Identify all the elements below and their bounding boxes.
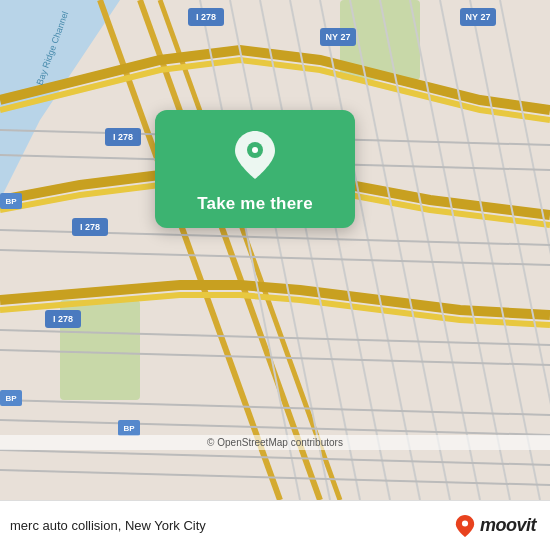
svg-point-49: [252, 147, 258, 153]
map-container: Bay Ridge Channel I 278 I 278 I 278 I 27…: [0, 0, 550, 500]
take-me-there-card[interactable]: Take me there: [155, 110, 355, 228]
svg-text:NY 27: NY 27: [466, 12, 491, 22]
bottom-bar: merc auto collision, New York City moovi…: [0, 500, 550, 550]
moovit-pin-icon: [454, 515, 476, 537]
svg-text:I 278: I 278: [196, 12, 216, 22]
map-attribution: © OpenStreetMap contributors: [0, 435, 550, 450]
svg-text:BP: BP: [5, 197, 17, 206]
moovit-wordmark: moovit: [480, 515, 536, 536]
location-label: merc auto collision, New York City: [10, 518, 206, 533]
location-pin-icon: [228, 128, 282, 182]
moovit-logo: moovit: [454, 515, 536, 537]
take-me-there-button-label: Take me there: [197, 194, 313, 214]
svg-text:I 278: I 278: [80, 222, 100, 232]
svg-text:BP: BP: [5, 394, 17, 403]
svg-point-50: [462, 520, 468, 526]
svg-text:NY 27: NY 27: [326, 32, 351, 42]
svg-text:I 278: I 278: [113, 132, 133, 142]
svg-text:BP: BP: [123, 424, 135, 433]
svg-text:I 278: I 278: [53, 314, 73, 324]
map-background: Bay Ridge Channel I 278 I 278 I 278 I 27…: [0, 0, 550, 500]
